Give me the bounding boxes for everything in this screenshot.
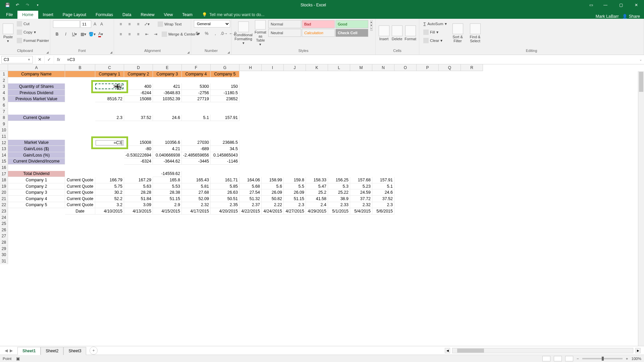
zoom-in-button[interactable]: + [626, 357, 628, 361]
underline-button[interactable]: U▾ [70, 31, 78, 38]
col-header-B[interactable]: B [65, 64, 95, 71]
fill-button[interactable]: Fill ▾ [422, 28, 448, 36]
cell-L20[interactable]: 25.22 [328, 189, 350, 196]
col-header-E[interactable]: E [153, 64, 182, 71]
row-header-21[interactable]: 21 [0, 196, 8, 202]
dec-indent-icon[interactable]: ⇤ [143, 31, 151, 38]
row-header-3[interactable]: 3 [0, 83, 8, 90]
cell-F5[interactable]: 27719 [182, 96, 211, 102]
align-center-icon[interactable]: ≡ [125, 31, 133, 38]
col-header-R[interactable]: R [461, 64, 483, 71]
maximize-button[interactable]: ▢ [613, 0, 629, 10]
col-header-L[interactable]: L [328, 64, 350, 71]
align-left-icon[interactable]: ≡ [117, 31, 125, 38]
cell-C3[interactable]: 3672 [95, 83, 124, 90]
save-icon[interactable]: 💾 [3, 1, 12, 9]
cell-I22[interactable]: 2.22 [262, 202, 284, 208]
cell-E13[interactable]: 4.21 [153, 146, 182, 152]
cell-K23[interactable]: 4/29/2015 [306, 208, 328, 215]
cell-G8[interactable]: 157.91 [211, 115, 239, 121]
horizontal-scrollbar[interactable] [452, 348, 633, 353]
style-calculation[interactable]: Calculation [302, 29, 335, 37]
row-header-12[interactable]: 12 [0, 140, 8, 146]
cell-K19[interactable]: 5.47 [306, 183, 328, 190]
col-header-C[interactable]: C [95, 64, 124, 71]
cell-D1[interactable]: Company 2 [124, 71, 153, 77]
cell-C19[interactable]: 5.75 [95, 183, 124, 190]
undo-icon[interactable]: ↶ [13, 1, 22, 9]
cell-M23[interactable]: 5/4/2015 [350, 208, 372, 215]
cell-N23[interactable]: 5/6/2015 [372, 208, 394, 215]
cell-N19[interactable]: 5.1 [372, 183, 394, 190]
cell-E17[interactable]: -14559.62 [153, 171, 182, 177]
cell-G20[interactable]: 26.63 [211, 189, 239, 196]
zoom-level[interactable]: 100% [632, 357, 641, 361]
cell-F13[interactable]: -689 [182, 146, 211, 152]
row-header-6[interactable]: 6 [0, 102, 8, 109]
cell-B19[interactable]: Current Quote [65, 183, 95, 190]
expand-formula-bar-icon[interactable]: ⌄ [637, 58, 644, 61]
cell-M19[interactable]: 5.23 [350, 183, 372, 190]
hscroll-left-icon[interactable]: ◀ [445, 348, 450, 353]
cell-A18[interactable]: Company 1 [8, 177, 65, 183]
format-painter-button[interactable]: Format Painter [15, 37, 50, 44]
orientation-icon[interactable]: ⤢▾ [143, 20, 151, 28]
cell-K18[interactable]: 158.33 [306, 177, 328, 183]
cell-D4[interactable]: -6244 [124, 90, 153, 96]
sheet-tab-sheet3[interactable]: Sheet3 [63, 347, 86, 355]
col-header-P[interactable]: P [417, 64, 439, 71]
cell-E1[interactable]: Company 3 [153, 71, 182, 77]
formula-input[interactable]: =C3 [65, 57, 637, 62]
cell-F8[interactable]: 5.1 [182, 115, 211, 121]
cell-M21[interactable]: 37.72 [350, 196, 372, 202]
style-neutral[interactable]: Neutral [268, 29, 301, 37]
cell-F3[interactable]: 5300 [182, 83, 211, 90]
copy-button[interactable]: Copy ▾ [15, 28, 50, 36]
cell-F21[interactable]: 52.09 [182, 196, 211, 202]
cell-D19[interactable]: 5.63 [124, 183, 153, 190]
tab-team[interactable]: Team [177, 11, 197, 19]
cell-D18[interactable]: 167.29 [124, 177, 153, 183]
cell-G15[interactable]: -1146 [211, 158, 239, 165]
dialog-launcher-icon[interactable]: ◢ [110, 51, 112, 54]
style-normal[interactable]: Normal [268, 20, 301, 28]
cell-F1[interactable]: Company 4 [182, 71, 211, 77]
row-header-31[interactable]: 31 [0, 258, 8, 264]
cell-D22[interactable]: 3.09 [124, 202, 153, 208]
zoom-slider[interactable] [582, 358, 623, 359]
cell-D13[interactable]: -80 [124, 146, 153, 152]
row-header-4[interactable]: 4 [0, 90, 8, 96]
sheet-tab-sheet1[interactable]: Sheet1 [17, 347, 41, 355]
cell-I21[interactable]: 50.82 [262, 196, 284, 202]
normal-view-button[interactable] [542, 356, 550, 361]
row-header-20[interactable]: 20 [0, 189, 8, 196]
row-header-5[interactable]: 5 [0, 96, 8, 102]
cell-editor[interactable]: =C3 [96, 140, 124, 146]
ribbon-display-icon[interactable]: ▭ [584, 3, 598, 7]
cell-A20[interactable]: Company 3 [8, 189, 65, 196]
cell-E3[interactable]: 421 [153, 83, 182, 90]
cell-N20[interactable]: 24.6 [372, 189, 394, 196]
cell-H22[interactable]: 2.37 [239, 202, 262, 208]
cell-H18[interactable]: 164.06 [239, 177, 262, 183]
row-header-28[interactable]: 28 [0, 239, 8, 246]
hscroll-right-icon[interactable]: ▶ [635, 348, 641, 353]
cell-G22[interactable]: 2.35 [211, 202, 239, 208]
row-header-27[interactable]: 27 [0, 233, 8, 239]
font-name-combo[interactable] [53, 20, 80, 28]
font-size-combo[interactable] [80, 20, 91, 28]
cell-B1[interactable] [65, 71, 95, 77]
row-header-23[interactable]: 23 [0, 208, 8, 215]
cell-J21[interactable]: 51.15 [284, 196, 306, 202]
row-headers[interactable]: 1234567891011121314151617181920212223242… [0, 71, 8, 264]
cell-N22[interactable]: 2.3 [372, 202, 394, 208]
cell-I23[interactable]: 4/24/2015 [262, 208, 284, 215]
cell-L22[interactable]: 2.33 [328, 202, 350, 208]
cell-J20[interactable]: 26.09 [284, 189, 306, 196]
cell-D3[interactable]: 400 [124, 83, 153, 90]
cell-I18[interactable]: 158.99 [262, 177, 284, 183]
bold-button[interactable]: B [53, 31, 61, 38]
fill-color-button[interactable]: 🪣▾ [88, 31, 96, 38]
cell-J18[interactable]: 159.8 [284, 177, 306, 183]
col-header-A[interactable]: A [8, 64, 65, 71]
